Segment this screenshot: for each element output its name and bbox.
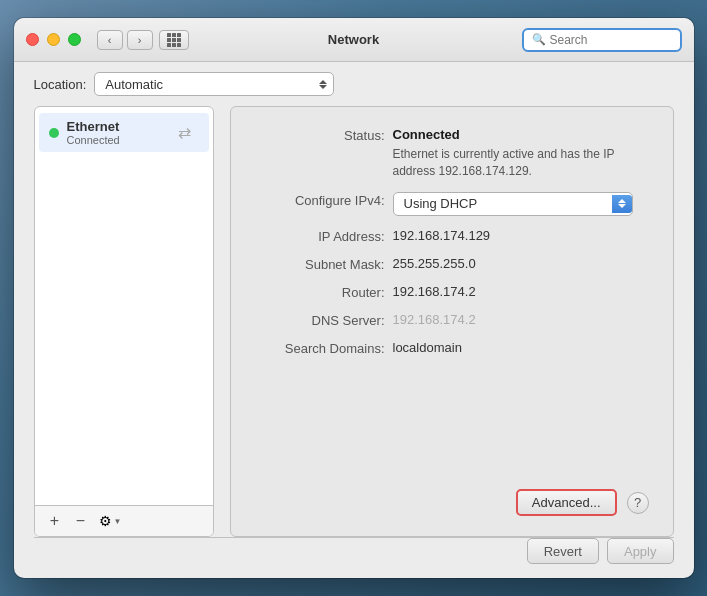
forward-button[interactable]: › xyxy=(127,30,153,50)
gear-button[interactable]: ⚙ ▼ xyxy=(95,510,126,532)
status-row: Status: Connected Ethernet is currently … xyxy=(255,127,649,180)
search-bar[interactable]: 🔍 xyxy=(522,28,682,52)
subnet-value: 255.255.255.0 xyxy=(393,256,649,271)
location-select[interactable]: Automatic xyxy=(94,72,334,96)
configure-row: Configure IPv4: Using DHCP xyxy=(255,192,649,216)
grid-button[interactable] xyxy=(159,30,189,50)
location-label: Location: xyxy=(34,77,87,92)
grid-icon xyxy=(167,33,181,47)
titlebar: ‹ › Network 🔍 xyxy=(14,18,694,62)
ip-value: 192.168.174.129 xyxy=(393,228,649,243)
search-domains-value: localdomain xyxy=(393,340,649,355)
remove-icon: − xyxy=(76,512,85,530)
maximize-button[interactable] xyxy=(68,33,81,46)
sidebar-footer: + − ⚙ ▼ xyxy=(35,505,213,536)
router-row: Router: 192.168.174.2 xyxy=(255,284,649,300)
bottom-row: Revert Apply xyxy=(14,538,694,578)
ip-label: IP Address: xyxy=(255,228,385,244)
spacer xyxy=(255,368,649,477)
select-arrow-icon xyxy=(319,80,327,89)
advanced-row: Advanced... ? xyxy=(255,489,649,516)
sidebar-item-name: Ethernet xyxy=(67,119,120,134)
sidebar-item-info: Ethernet Connected xyxy=(67,119,120,146)
sidebar: Ethernet Connected ⇄ + − ⚙ ▼ xyxy=(34,106,214,537)
traffic-lights xyxy=(26,33,81,46)
dns-row: DNS Server: 192.168.174.2 xyxy=(255,312,649,328)
advanced-button[interactable]: Advanced... xyxy=(516,489,617,516)
configure-select[interactable]: Using DHCP xyxy=(393,192,633,216)
help-button[interactable]: ? xyxy=(627,492,649,514)
search-domains-label: Search Domains: xyxy=(255,340,385,356)
apply-button[interactable]: Apply xyxy=(607,538,674,564)
dns-label: DNS Server: xyxy=(255,312,385,328)
select-arrow-blue-icon xyxy=(612,195,632,213)
minimize-button[interactable] xyxy=(47,33,60,46)
add-icon: + xyxy=(50,512,59,530)
revert-button[interactable]: Revert xyxy=(527,538,599,564)
status-dot-green xyxy=(49,128,59,138)
subnet-row: Subnet Mask: 255.255.255.0 xyxy=(255,256,649,272)
sidebar-list: Ethernet Connected ⇄ xyxy=(35,107,213,505)
nav-buttons: ‹ › xyxy=(97,30,153,50)
remove-button[interactable]: − xyxy=(69,510,93,532)
sidebar-item-status: Connected xyxy=(67,134,120,146)
dns-value: 192.168.174.2 xyxy=(393,312,649,327)
status-description: Ethernet is currently active and has the… xyxy=(393,146,649,180)
reorder-icon: ⇄ xyxy=(178,123,191,142)
gear-dropdown-icon: ▼ xyxy=(114,517,122,526)
network-window: ‹ › Network 🔍 Location: Automatic xyxy=(14,18,694,578)
detail-panel: Status: Connected Ethernet is currently … xyxy=(230,106,674,537)
sidebar-item-ethernet[interactable]: Ethernet Connected ⇄ xyxy=(39,113,209,152)
add-button[interactable]: + xyxy=(43,510,67,532)
gear-icon: ⚙ xyxy=(99,513,112,529)
window-title: Network xyxy=(328,32,379,47)
status-label: Status: xyxy=(255,127,385,143)
location-row: Location: Automatic xyxy=(14,62,694,106)
configure-value: Using DHCP xyxy=(404,196,478,211)
router-value: 192.168.174.2 xyxy=(393,284,649,299)
location-value: Automatic xyxy=(105,77,163,92)
ip-row: IP Address: 192.168.174.129 xyxy=(255,228,649,244)
search-icon: 🔍 xyxy=(532,33,546,46)
search-domains-row: Search Domains: localdomain xyxy=(255,340,649,356)
configure-label: Configure IPv4: xyxy=(255,192,385,208)
search-input[interactable] xyxy=(550,33,672,47)
main-content: Ethernet Connected ⇄ + − ⚙ ▼ xyxy=(14,106,694,537)
subnet-label: Subnet Mask: xyxy=(255,256,385,272)
reorder-button[interactable]: ⇄ xyxy=(171,121,199,145)
status-value: Connected xyxy=(393,127,649,142)
close-button[interactable] xyxy=(26,33,39,46)
router-label: Router: xyxy=(255,284,385,300)
back-button[interactable]: ‹ xyxy=(97,30,123,50)
